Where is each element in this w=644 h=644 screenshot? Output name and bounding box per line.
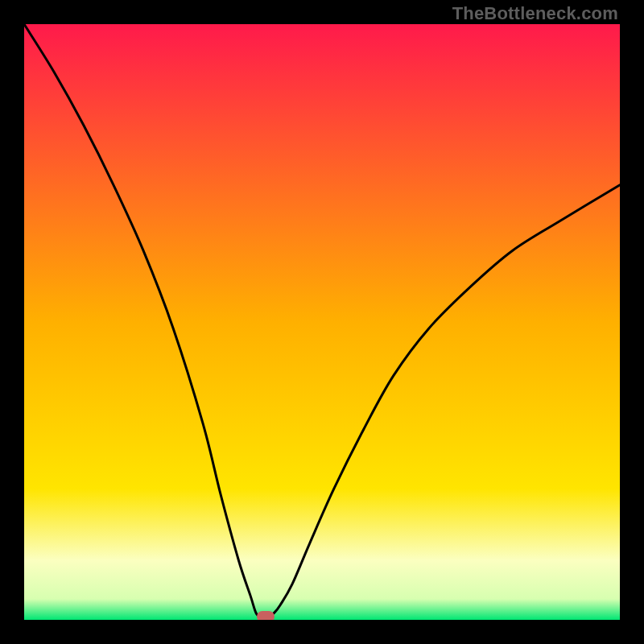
watermark-text: TheBottleneck.com — [452, 3, 618, 24]
optimum-marker — [257, 611, 275, 620]
chart-frame: TheBottleneck.com — [0, 0, 644, 644]
plot-area — [24, 24, 620, 620]
bottleneck-curve — [24, 24, 620, 620]
